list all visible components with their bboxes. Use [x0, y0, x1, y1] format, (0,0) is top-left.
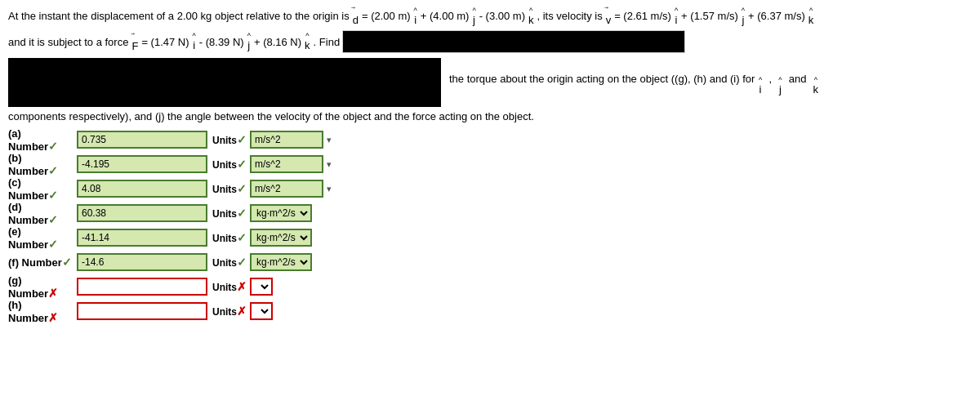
row-g-units-label: Units✗: [212, 280, 247, 293]
row-c-label: (c) Number✓: [8, 176, 74, 202]
row-d-units-check: ✓: [237, 207, 247, 220]
row-f: (f) Number✓ Units✓ kg·m^2/s: [8, 252, 972, 273]
row-h-input[interactable]: [77, 302, 207, 320]
row-c-units-value: m/s^2: [250, 180, 323, 198]
row-f-units-label: Units✓: [212, 256, 247, 269]
row-g-input[interactable]: [77, 278, 207, 296]
v-plus1: + (1.57 m/s): [681, 10, 738, 22]
row-h-units-label: Units✗: [212, 305, 247, 318]
row-f-label: (f) Number✓: [8, 256, 74, 269]
answers-grid: (a) Number✓ Units✓ m/s^2 ▾ (b) Number✓ U…: [8, 129, 972, 322]
row-c-units-check: ✓: [237, 182, 247, 195]
k-hat-d: ^k: [528, 7, 534, 25]
row-d-units-select[interactable]: kg·m^2/s: [250, 204, 312, 222]
force-vec: ⃗ F: [131, 33, 138, 51]
v-eq: = (2.61 m/s): [614, 10, 671, 22]
j-hat-v: ^j: [742, 7, 745, 25]
velocity-vec: ⃗ v: [606, 7, 612, 25]
problem-line2: and it is subject to a force ⃗ F = (1.47…: [8, 30, 972, 53]
components-line: components respectively), and (j) the an…: [8, 110, 972, 122]
f-minus: - (8.39 N): [199, 36, 244, 48]
k-hat-f: ^k: [305, 33, 310, 51]
row-b-dropdown-arrow: ▾: [327, 159, 332, 170]
row-a-units-check: ✓: [237, 133, 247, 146]
row-b-units-value: m/s^2: [250, 155, 323, 173]
row-d-check: ✓: [48, 213, 58, 226]
k-hat-v: ^k: [808, 7, 814, 25]
row-e-units-select[interactable]: kg·m^2/s: [250, 229, 312, 247]
i-hat-v: ^i: [675, 7, 678, 25]
j-hat-d: ^j: [472, 7, 475, 25]
row-f-units-select[interactable]: kg·m^2/s: [250, 253, 312, 271]
two-panel-area: the torque about the origin acting on th…: [8, 58, 972, 107]
row-e-input[interactable]: [77, 229, 207, 247]
f-plus: + (8.16 N): [254, 36, 301, 48]
row-g-label: (g) Number✗: [8, 274, 74, 300]
row-e-units-check: ✓: [237, 231, 247, 244]
right-torque-panel: the torque about the origin acting on th…: [441, 58, 972, 107]
row-f-units-check: ✓: [237, 256, 247, 269]
j-hat-f: ^j: [247, 33, 251, 51]
row-a-dropdown-arrow: ▾: [327, 135, 332, 145]
row-c-input[interactable]: [77, 180, 207, 198]
i-hat-f: ^i: [193, 33, 196, 51]
left-black-box: [8, 58, 441, 107]
line2-prefix: and it is subject to a force: [8, 36, 128, 48]
j-hat-torque: ^j: [778, 77, 782, 95]
row-e-label: (e) Number✓: [8, 225, 74, 251]
i-hat-torque: ^i: [759, 77, 762, 95]
row-c: (c) Number✓ Units✓ m/s^2 ▾: [8, 178, 972, 199]
row-a: (a) Number✓ Units✓ m/s^2 ▾: [8, 129, 972, 150]
find-input-box[interactable]: [342, 30, 685, 53]
row-h: (h) Number✗ Units✗: [8, 300, 972, 322]
row-h-check: ✗: [48, 311, 58, 324]
row-g-check: ✗: [48, 287, 58, 300]
row-g: (g) Number✗ Units✗: [8, 276, 972, 297]
displacement-vec: ⃗ d: [353, 7, 359, 25]
d-comma: , its velocity is: [537, 10, 602, 22]
row-b-units-label: Units✓: [212, 158, 247, 171]
row-c-check: ✓: [48, 189, 58, 202]
row-g-units-check: ✗: [237, 280, 247, 293]
row-b-check: ✓: [48, 164, 58, 177]
row-a-label: (a) Number✓: [8, 127, 74, 153]
row-a-check: ✓: [48, 140, 58, 153]
row-b-units-check: ✓: [237, 158, 247, 171]
row-c-dropdown-arrow: ▾: [327, 184, 332, 194]
row-g-units-select[interactable]: [250, 278, 273, 296]
row-e-units-label: Units✓: [212, 231, 247, 244]
row-e-check: ✓: [48, 238, 58, 251]
problem-line1: At the instant the displacement of a 2.0…: [8, 7, 972, 25]
d-minus: - (3.00 m): [479, 10, 525, 22]
row-b-label: (b) Number✓: [8, 152, 74, 177]
i-hat-d: ^i: [414, 7, 417, 25]
row-a-units-label: Units✓: [212, 133, 247, 146]
row-e: (e) Number✓ Units✓ kg·m^2/s: [8, 227, 972, 248]
row-b: (b) Number✓ Units✓ m/s^2 ▾: [8, 154, 972, 175]
row-f-check: ✓: [62, 256, 72, 269]
row-h-units-check: ✗: [237, 305, 247, 318]
line1-prefix: At the instant the displacement of a 2.0…: [8, 10, 350, 22]
row-h-label: (h) Number✗: [8, 299, 74, 324]
row-a-input[interactable]: [77, 131, 207, 149]
f-find: . Find: [314, 36, 341, 48]
row-d-input[interactable]: [77, 204, 207, 222]
row-b-input[interactable]: [77, 155, 207, 173]
row-d: (d) Number✓ Units✓ kg·m^2/s: [8, 203, 972, 224]
torque-text: the torque about the origin acting on th…: [449, 71, 819, 95]
k-hat-torque: ^k: [813, 77, 819, 95]
row-d-label: (d) Number✓: [8, 201, 74, 226]
d-plus1: + (4.00 m): [421, 10, 470, 22]
v-plus2: + (6.37 m/s): [748, 10, 805, 22]
f-eq: = (1.47 N): [141, 36, 189, 48]
row-c-units-label: Units✓: [212, 182, 247, 195]
row-h-units-select[interactable]: [250, 302, 273, 320]
d-eq: = (2.00 m): [362, 10, 411, 22]
row-d-units-label: Units✓: [212, 207, 247, 220]
row-a-units-value: m/s^2: [250, 131, 323, 149]
row-f-input[interactable]: [77, 253, 207, 271]
